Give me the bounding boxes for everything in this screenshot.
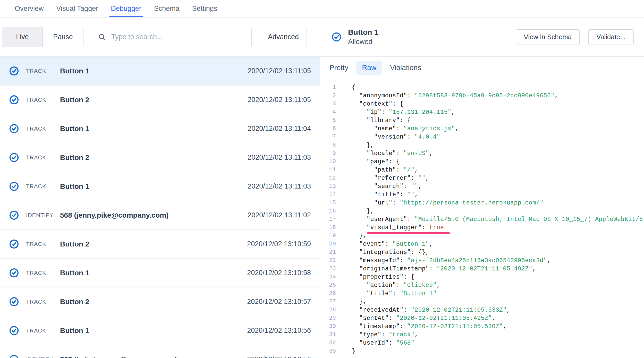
code-text: "version": "4.0.4" — [336, 133, 440, 141]
code-text: "ip": "157.131.204.115", — [336, 108, 455, 116]
line-number: 12 — [320, 174, 336, 182]
code-line: 24 "properties": { — [320, 273, 644, 281]
nav-item[interactable]: Debugger — [111, 0, 141, 17]
event-allowed-check-icon — [9, 95, 19, 105]
line-number: 14 — [320, 191, 336, 199]
detail-header: Button 1 Allowed View in Schema Validate… — [320, 18, 644, 57]
event-row[interactable]: IDENTIFY 565 (hal.sturgeon@company.com) … — [0, 345, 320, 358]
event-name: Button 2 — [60, 96, 248, 104]
nav-item[interactable]: Settings — [192, 0, 217, 17]
event-type-label: IDENTIFY — [26, 356, 60, 358]
code-line: 23 "originalTimestamp": "2020-12-02T21:1… — [320, 265, 644, 273]
line-number: 31 — [320, 331, 336, 339]
search-icon — [98, 33, 106, 41]
code-text: "event": "Button 1", — [336, 240, 433, 248]
code-line: 1{ — [320, 83, 644, 92]
event-type-label: TRACK — [26, 270, 60, 276]
code-text: "name": "analytics.js", — [336, 125, 459, 133]
event-timestamp: 2020/12/02 13:11:02 — [248, 211, 311, 219]
code-line: 11 "path": "/", — [320, 166, 644, 174]
event-timestamp: 2020/12/02 13:11:03 — [248, 182, 311, 190]
event-row[interactable]: TRACK Button 1 2020/12/02 13:11:04 — [0, 114, 320, 143]
live-pause-toggle: Live Pause — [2, 27, 83, 47]
line-number: 4 — [320, 108, 336, 116]
code-line: 15 "url": "https://persona-tester.heroku… — [320, 199, 644, 207]
event-timestamp: 2020/12/02 13:10:59 — [247, 240, 311, 248]
event-row[interactable]: TRACK Button 1 2020/12/02 13:10:56 — [0, 316, 320, 345]
line-number: 9 — [320, 149, 336, 158]
nav-item[interactable]: Overview — [15, 0, 44, 17]
code-text: "properties": { — [336, 273, 414, 281]
event-row[interactable]: TRACK Button 1 2020/12/02 13:10:58 — [0, 259, 320, 287]
line-number: 6 — [320, 125, 336, 133]
raw-json-viewer[interactable]: 1{2 "anonymousId": "6298f583-979b-45a9-9… — [320, 75, 644, 358]
detail-allowed-check-icon — [332, 32, 341, 42]
event-row[interactable]: TRACK Button 1 2020/12/02 13:11:03 — [0, 172, 320, 201]
event-stream-panel: Live Pause Advanced TRACK Button — [0, 18, 320, 358]
visual-tagger-highlight-underline: "visual_tagger": true — [367, 224, 444, 231]
code-line: 31 "type": "track", — [320, 331, 644, 339]
line-number: 13 — [320, 182, 336, 191]
code-text: "path": "/", — [336, 166, 418, 174]
code-line: 9 "locale": "en-US", — [320, 149, 644, 158]
event-allowed-check-icon — [9, 210, 19, 220]
detail-tab[interactable]: Pretty — [324, 61, 354, 75]
line-number: 20 — [320, 240, 336, 248]
nav-item[interactable]: Visual Tagger — [56, 0, 98, 17]
validate-button[interactable]: Validate... — [588, 29, 634, 45]
detail-tab[interactable]: Raw — [356, 61, 382, 75]
code-text: "timestamp": "2020-12-02T21:11:05.530Z", — [336, 322, 507, 331]
main-split: Live Pause Advanced TRACK Button — [0, 18, 644, 358]
event-detail-panel: Button 1 Allowed View in Schema Validate… — [320, 18, 644, 358]
code-line: 10 "page": { — [320, 158, 644, 166]
event-name: Button 1 — [60, 182, 248, 191]
code-line: 22 "messageId": "ajs-f2db8ea4a25b116e3ac… — [320, 257, 644, 265]
line-number: 8 — [320, 141, 336, 149]
event-row[interactable]: TRACK Button 2 2020/12/02 13:11:03 — [0, 143, 320, 172]
code-text: "context": { — [336, 100, 403, 108]
code-text: "action": "Clicked", — [336, 281, 440, 289]
advanced-button[interactable]: Advanced — [260, 27, 307, 47]
event-row[interactable]: TRACK Button 2 2020/12/02 13:10:57 — [0, 287, 320, 316]
event-type-label: TRACK — [26, 299, 60, 305]
detail-tab[interactable]: Violations — [384, 61, 427, 75]
event-allowed-check-icon — [9, 297, 19, 306]
event-name: 568 (jenny.pike@company.com) — [60, 211, 248, 219]
event-row[interactable]: TRACK Button 1 2020/12/02 13:11:05 — [0, 57, 320, 86]
event-list: TRACK Button 1 2020/12/02 13:11:05 TRACK… — [0, 57, 320, 358]
pause-toggle-button[interactable]: Pause — [43, 27, 83, 47]
event-type-label: TRACK — [26, 183, 60, 190]
line-number: 15 — [320, 199, 336, 207]
event-name: Button 1 — [60, 327, 247, 335]
detail-tab-label: Pretty — [329, 64, 348, 72]
code-line: 21 "integrations": {}, — [320, 248, 644, 257]
code-line: 28 "receivedAt": "2020-12-02T21:11:05.53… — [320, 306, 644, 314]
live-toggle-button[interactable]: Live — [2, 27, 43, 47]
line-number: 17 — [320, 215, 336, 224]
line-number: 2 — [320, 92, 336, 100]
event-type-label: TRACK — [26, 327, 60, 334]
event-type-label: TRACK — [26, 241, 60, 248]
detail-tab-label: Raw — [362, 64, 376, 72]
detail-status: Allowed — [348, 38, 378, 45]
line-number: 7 — [320, 133, 336, 141]
view-in-schema-button[interactable]: View in Schema — [516, 29, 580, 45]
event-row[interactable]: TRACK Button 2 2020/12/02 13:10:59 — [0, 230, 320, 259]
code-text: "visual_tagger": true — [336, 224, 444, 232]
code-text: "locale": "en-US", — [336, 149, 433, 158]
event-name: 565 (hal.sturgeon@company.com) — [60, 355, 247, 358]
nav-item[interactable]: Schema — [154, 0, 180, 17]
top-nav: Overview Visual Tagger Debugger Schema S… — [0, 0, 644, 18]
search-input[interactable] — [111, 33, 246, 41]
event-allowed-check-icon — [9, 124, 19, 133]
event-row[interactable]: TRACK Button 2 2020/12/02 13:11:05 — [0, 86, 320, 114]
code-line: 5 "library": { — [320, 116, 644, 125]
event-name: Button 2 — [60, 298, 247, 306]
code-text: "receivedAt": "2020-12-02T21:11:05.533Z"… — [336, 306, 510, 314]
code-line: 13 "search": "", — [320, 182, 644, 191]
code-line: 7 "version": "4.0.4" — [320, 133, 644, 141]
event-row[interactable]: IDENTIFY 568 (jenny.pike@company.com) 20… — [0, 201, 320, 230]
event-timestamp: 2020/12/02 13:10:57 — [247, 298, 311, 306]
search-box[interactable] — [92, 27, 252, 47]
event-allowed-check-icon — [9, 268, 19, 278]
